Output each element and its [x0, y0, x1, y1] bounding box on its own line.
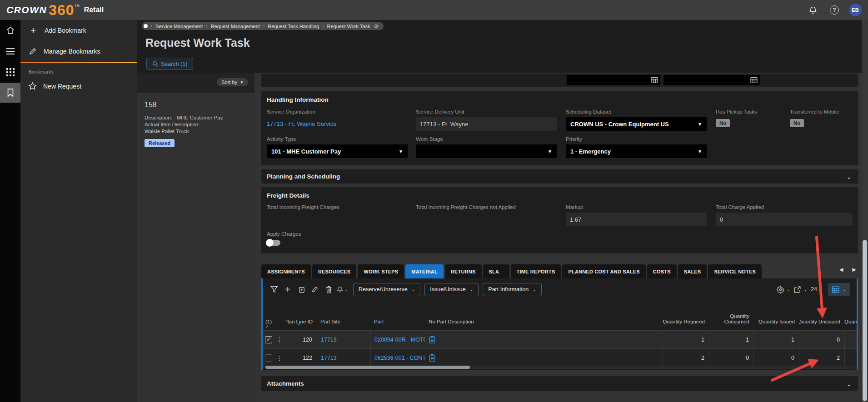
manage-bookmarks-button[interactable]: Manage Bookmarks: [20, 41, 137, 62]
help-icon[interactable]: ?: [830, 5, 839, 15]
tab-sla[interactable]: SLA: [483, 264, 509, 278]
selection-column-header[interactable]: (1) ✓: [263, 300, 273, 330]
column-header-quantity-required[interactable]: Quantity Required: [663, 300, 709, 330]
tab-sales[interactable]: SALES: [678, 264, 707, 278]
notifications-bell-icon[interactable]: [806, 3, 820, 17]
apps-grid-icon[interactable]: [0, 62, 20, 83]
planning-scheduling-card[interactable]: Planning and Scheduling ⌄: [261, 169, 858, 184]
part-information-button[interactable]: Part Information ⌄: [483, 283, 541, 296]
cell-part: 020094-00R - MOTOR 3...: [370, 331, 425, 348]
tab-resources[interactable]: RESOURCES: [312, 264, 356, 278]
scheduling-dataset-value: CROWN US - Crown Equipment US: [570, 121, 669, 128]
breadcrumb[interactable]: › Service Management › Request Managemen…: [142, 22, 384, 30]
bookmarks-section-label: Bookmarks: [20, 63, 137, 74]
tab-costs[interactable]: COSTS: [647, 264, 677, 278]
activity-type-select[interactable]: 101 - MHE Customer Pay ▼: [267, 144, 408, 158]
sidebar-item-new-request[interactable]: New Request: [20, 76, 137, 96]
date-field[interactable]: [663, 75, 760, 85]
home-icon[interactable]: [0, 20, 20, 41]
row-checkbox-unchecked[interactable]: [265, 354, 272, 362]
bookmarks-rail-icon[interactable]: [0, 83, 20, 103]
service-organization-field: Service Organization 17713 - Ft. Wayne S…: [267, 109, 416, 131]
chevron-down-icon: ⌄: [787, 287, 790, 292]
alarm-icon[interactable]: ⌄: [335, 283, 349, 296]
issue-unissue-button[interactable]: Issue/Unissue ⌄: [424, 283, 479, 296]
part-link[interactable]: 062536-001 - CONTACT ...: [374, 355, 425, 361]
part-site-link[interactable]: 17713: [321, 355, 337, 361]
part-description-document-icon[interactable]: [429, 354, 435, 362]
breadcrumb-item[interactable]: Service Management: [155, 24, 203, 29]
column-header-part-site[interactable]: Part Site: [317, 300, 370, 330]
tab-assignments[interactable]: ASSIGNMENTS: [261, 264, 311, 278]
cell-quantity-unissued: 0: [799, 331, 844, 348]
sort-by-button[interactable]: Sort by ▼: [217, 78, 248, 86]
attachments-card[interactable]: Attachments ⌄: [261, 376, 858, 391]
kebab-menu-icon[interactable]: ⋮: [276, 354, 283, 362]
edit-icon[interactable]: [308, 283, 322, 296]
copy-icon[interactable]: [294, 283, 308, 296]
horizontal-scrollbar-thumb[interactable]: [265, 366, 470, 369]
row-select-cell[interactable]: ✓: [263, 331, 273, 348]
column-header-no-part-description[interactable]: No Part Description: [425, 300, 663, 330]
row-menu-cell[interactable]: ⋮: [273, 349, 286, 367]
column-header-quantity-consumed[interactable]: Quantity Consumed: [709, 300, 753, 330]
add-bookmark-button[interactable]: + Add Bookmark: [20, 20, 137, 41]
table-view-button[interactable]: ⌄: [828, 283, 850, 296]
menu-icon[interactable]: [0, 41, 20, 62]
reserve-unreserve-button[interactable]: Reserve/Unreserve ⌄: [353, 283, 420, 296]
column-header-part[interactable]: Part: [370, 300, 425, 330]
part-description-document-icon[interactable]: [429, 336, 435, 343]
freight-details-title: Freight Details: [267, 192, 853, 199]
column-header-quantity-unissued[interactable]: Quantity Unissued: [799, 300, 844, 330]
date-field[interactable]: [567, 75, 660, 85]
breadcrumb-item[interactable]: Request Management: [211, 24, 260, 29]
priority-select[interactable]: 1 - Emergency ▼: [566, 144, 707, 158]
tab-service-notes[interactable]: SERVICE NOTES: [708, 264, 762, 278]
breadcrumb-item[interactable]: Request Work Task: [327, 24, 370, 29]
breadcrumb-home-dot[interactable]: [144, 24, 148, 28]
chevron-down-icon[interactable]: ⌄: [846, 173, 852, 180]
row-select-cell[interactable]: [263, 349, 273, 367]
kebab-menu-icon[interactable]: ⋮: [276, 336, 283, 343]
part-site-link[interactable]: 17713: [321, 337, 337, 343]
vertical-scrollbar-thumb[interactable]: [863, 240, 867, 401]
page-size-select[interactable]: 24 ⌄: [811, 286, 823, 293]
record-card[interactable]: 158 Description: MHE Customer Pay Actual…: [137, 93, 254, 402]
row-menu-cell[interactable]: ⋮: [273, 331, 286, 348]
refresh-icon[interactable]: ⟳: [374, 23, 379, 30]
table-row[interactable]: ✓ ⋮ 120 17713 020094-00R - MOTOR 3... 1 …: [263, 331, 857, 349]
select-all-check-icon[interactable]: ✓: [265, 324, 273, 329]
tab-material[interactable]: MATERIAL: [405, 264, 444, 278]
part-link[interactable]: 020094-00R - MOTOR 3...: [374, 337, 425, 343]
tab-scroll-right-icon[interactable]: ▶: [853, 267, 856, 273]
add-icon[interactable]: +: [281, 283, 294, 296]
user-avatar[interactable]: EB: [849, 4, 862, 16]
search-button-label: Search (1): [161, 61, 187, 67]
breadcrumb-item[interactable]: Request Task Handling: [268, 24, 319, 29]
tab-returns[interactable]: RETURNS: [445, 264, 482, 278]
work-stage-select[interactable]: ▼: [416, 144, 557, 158]
tab-planned-cost-and-sales[interactable]: PLANNED COST AND SALES: [562, 264, 645, 278]
column-header-plan-line-id[interactable]: Plan Line ID ˆ: [286, 300, 317, 330]
tab-scroll-left-icon[interactable]: ◀: [839, 267, 843, 273]
vertical-scrollbar[interactable]: [862, 20, 868, 402]
table-row[interactable]: ⋮ 122 17713 062536-001 - CONTACT ... 2 0…: [263, 349, 857, 367]
scheduling-dataset-select[interactable]: CROWN US - Crown Equipment US ▼: [566, 117, 707, 131]
tab-time-reports[interactable]: TIME REPORTS: [511, 264, 561, 278]
bookmarks-sidebar: + Add Bookmark Manage Bookmarks Bookmark…: [20, 20, 137, 402]
column-header-quantity-issued[interactable]: Quantity Issued: [753, 300, 799, 330]
tab-work-steps[interactable]: WORK STEPS: [358, 264, 404, 278]
export-icon[interactable]: ⌄: [793, 286, 807, 293]
work-stage-label: Work Stage: [416, 136, 566, 142]
row-checkbox-checked[interactable]: ✓: [265, 336, 272, 343]
settings-icon[interactable]: ⌄: [777, 286, 790, 293]
delete-icon[interactable]: [322, 283, 335, 296]
service-organization-link[interactable]: 17713 - Ft. Wayne Service: [267, 117, 416, 127]
search-button[interactable]: Search (1): [146, 58, 193, 70]
apply-charges-field: Apply Charges: [267, 231, 853, 246]
filter-icon[interactable]: [267, 283, 281, 296]
apply-charges-toggle[interactable]: [267, 240, 280, 246]
chevron-down-icon[interactable]: ⌄: [846, 380, 852, 387]
horizontal-scrollbar[interactable]: [264, 366, 855, 369]
column-header-clipped[interactable]: Quan: [844, 300, 857, 330]
